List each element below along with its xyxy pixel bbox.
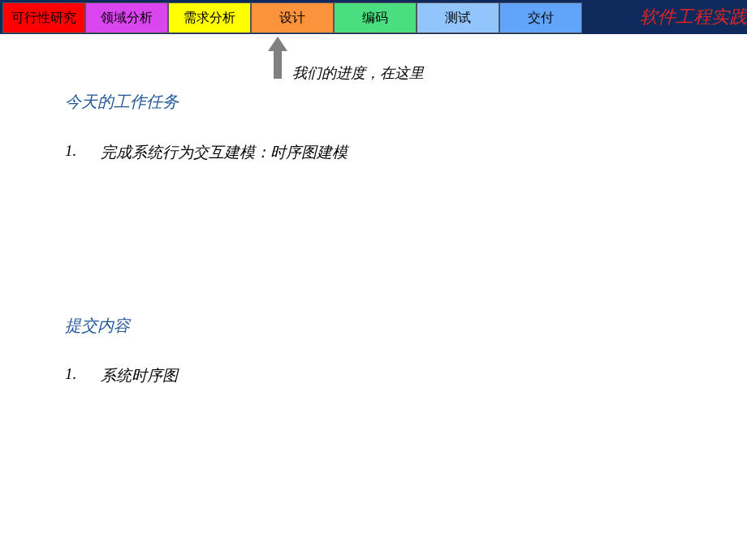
progress-arrow-stem (274, 50, 282, 79)
phase-tab-testing: 测试 (417, 2, 499, 33)
header-bar: 可行性研究 领域分析 需求分析 设计 编码 测试 交付 软件工程实践 (0, 0, 747, 34)
task-item-number: 1. (65, 142, 76, 163)
task-item: 1. 完成系统行为交互建模：时序图建模 (65, 142, 348, 163)
progress-label: 我们的进度，在这里 (292, 63, 424, 83)
phase-tab-domain: 领域分析 (85, 2, 168, 33)
phase-tab-delivery: 交付 (499, 2, 582, 33)
phase-tab-requirements: 需求分析 (168, 2, 251, 33)
task-item-text: 完成系统行为交互建模：时序图建模 (101, 142, 348, 163)
phase-tab-feasibility: 可行性研究 (2, 2, 85, 33)
deliverable-item-number: 1. (65, 365, 76, 386)
deliverables-heading: 提交内容 (65, 315, 130, 337)
header-title: 软件工程实践 (640, 5, 747, 29)
phase-tabs: 可行性研究 领域分析 需求分析 设计 编码 测试 交付 (2, 2, 582, 33)
deliverable-item: 1. 系统时序图 (65, 365, 178, 386)
deliverable-item-text: 系统时序图 (101, 365, 178, 386)
phase-tab-design: 设计 (251, 2, 334, 33)
phase-tab-coding: 编码 (334, 2, 417, 33)
progress-arrow-icon (268, 37, 287, 51)
tasks-heading: 今天的工作任务 (65, 91, 179, 113)
